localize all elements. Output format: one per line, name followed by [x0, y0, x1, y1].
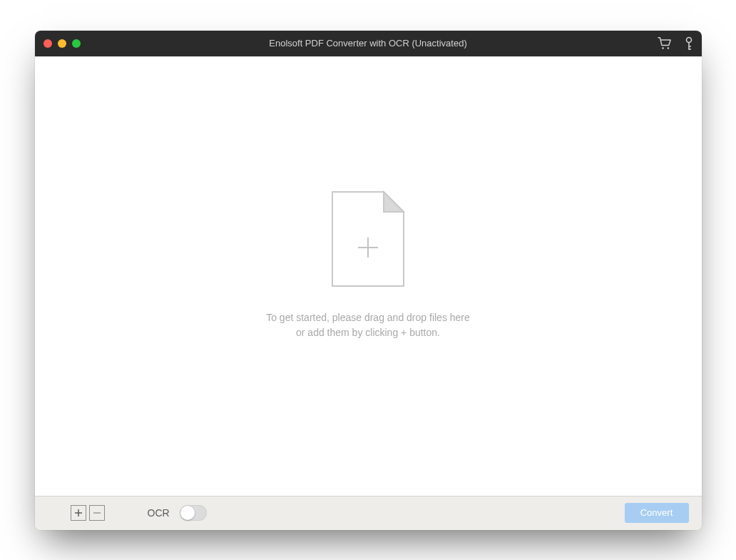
app-window: Enolsoft PDF Converter with OCR (Unactiv…	[35, 31, 702, 530]
convert-button[interactable]: Convert	[625, 503, 689, 523]
empty-state: To get started, please drag and drop fil…	[266, 190, 470, 340]
titlebar: Enolsoft PDF Converter with OCR (Unactiv…	[35, 31, 702, 56]
key-icon[interactable]	[685, 36, 693, 51]
ocr-label: OCR	[148, 507, 170, 519]
add-file-icon	[331, 190, 405, 290]
traffic-lights	[44, 39, 81, 48]
main-drop-zone[interactable]: To get started, please drag and drop fil…	[35, 56, 702, 496]
empty-state-line1: To get started, please drag and drop fil…	[266, 310, 470, 325]
svg-point-1	[667, 47, 669, 49]
remove-file-button[interactable]	[89, 505, 105, 521]
maximize-window-button[interactable]	[72, 39, 81, 48]
minimize-window-button[interactable]	[58, 39, 66, 48]
add-remove-group	[71, 505, 105, 521]
bottom-toolbar: OCR Convert	[35, 496, 702, 530]
svg-point-0	[662, 47, 664, 49]
ocr-toggle-knob	[180, 506, 195, 520]
add-file-button[interactable]	[71, 505, 86, 521]
svg-point-2	[686, 37, 691, 42]
empty-state-line2: or add them by clicking + button.	[266, 325, 470, 340]
ocr-toggle[interactable]	[180, 505, 207, 521]
titlebar-actions	[658, 36, 693, 51]
window-title: Enolsoft PDF Converter with OCR (Unactiv…	[35, 38, 702, 49]
cart-icon[interactable]	[658, 37, 672, 50]
empty-state-text: To get started, please drag and drop fil…	[266, 310, 470, 340]
close-window-button[interactable]	[44, 39, 52, 48]
